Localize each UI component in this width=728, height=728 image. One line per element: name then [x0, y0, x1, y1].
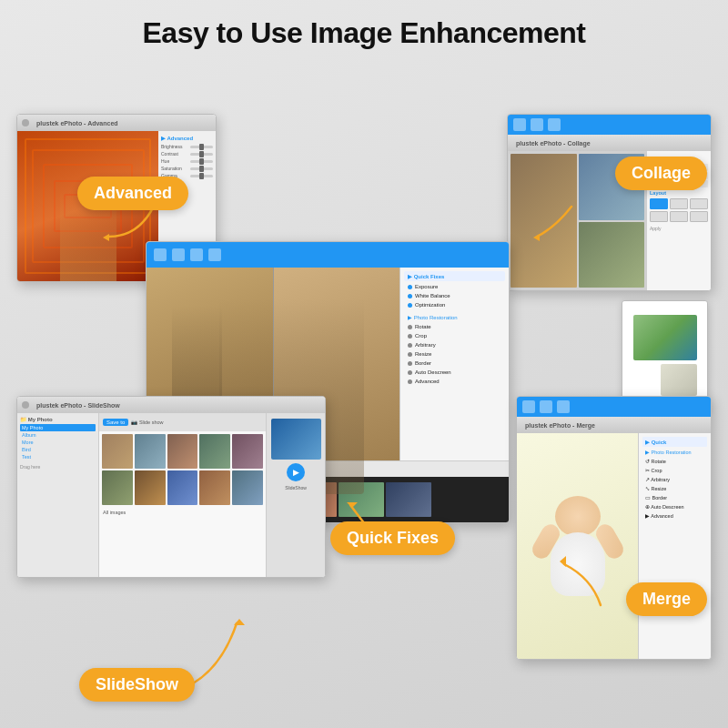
qf-autodescreen[interactable]: Auto Descreen — [404, 368, 505, 377]
collage-section2: Layout — [650, 190, 708, 196]
ss-grid-thumb-7[interactable] — [135, 470, 166, 505]
merge-inner: ▶ Quick ▶ Photo Restoration ↺ Rotate ✂ C… — [517, 433, 711, 659]
quickfix-right-panel: ▶ Quick Fixes Exposure White Balance Opt… — [399, 268, 509, 460]
collage-icon-1 — [513, 118, 526, 131]
qf-advanced[interactable]: Advanced — [404, 377, 505, 386]
qf-crop[interactable]: Crop — [404, 331, 505, 340]
qf-exposure[interactable]: Exposure — [404, 282, 505, 291]
ss-preview-thumb — [271, 419, 321, 460]
merge-icon-3 — [557, 400, 570, 413]
collage-apply-btn[interactable]: Apply — [650, 226, 708, 231]
layout-cell-2[interactable] — [670, 198, 688, 209]
collage-layout-grid — [650, 198, 708, 222]
layout-cell-3[interactable] — [690, 198, 708, 209]
collage-blue-bar — [508, 115, 711, 135]
merge-arbitrary[interactable]: ↗ Arbitrary — [642, 475, 707, 484]
merge-section-quick: ▶ Quick — [642, 437, 707, 447]
ss-dot — [22, 401, 29, 409]
merge-crop[interactable]: ✂ Crop — [642, 466, 707, 475]
ss-grid-thumb-5[interactable] — [232, 434, 263, 469]
qf-icon-1 — [154, 248, 167, 261]
merge-screenshot: plustek ePhoto - Merge ▶ Quick ▶ Photo R… — [516, 396, 712, 660]
advanced-label: ▶ Advanced — [161, 135, 213, 141]
ss-grid-thumb-6[interactable] — [102, 470, 133, 505]
ss-folder-more[interactable]: More — [20, 439, 96, 446]
advanced-title-bar: plustek ePhoto - Advanced — [17, 115, 216, 131]
slideshow-inner: 📁 My Photo My Photo Album More Bird Test… — [17, 413, 325, 577]
ss-folder-album[interactable]: Album — [20, 431, 96, 439]
ss-grid-thumb-1[interactable] — [102, 434, 133, 469]
slideshow-toolbar: Save to 📷 Slide show — [99, 413, 266, 431]
merge-border[interactable]: ▭ Border — [642, 493, 707, 502]
qf-photo-restoration[interactable]: ▶ Photo Restoration — [404, 312, 505, 322]
collage-icon-3 — [548, 118, 561, 131]
layout-cell-6[interactable] — [690, 211, 708, 222]
merge-panel: ▶ Quick ▶ Photo Restoration ↺ Rotate ✂ C… — [638, 433, 711, 659]
ss-slideshow-label: SlideShow — [285, 485, 307, 490]
slider-contrast[interactable]: Contrast — [161, 151, 213, 157]
baby-container — [541, 496, 614, 596]
layout-cell-4[interactable] — [650, 211, 668, 222]
ss-drag-label: Drag here — [20, 464, 96, 470]
qf-icon-3 — [190, 248, 203, 261]
qf-whitebalance[interactable]: White Balance — [404, 291, 505, 300]
ss-grid-thumb-3[interactable] — [167, 434, 198, 469]
collage-preview-img2 — [661, 364, 697, 396]
merge-rotate[interactable]: ↺ Rotate — [642, 457, 707, 466]
baby-head — [555, 496, 601, 537]
qf-rotate[interactable]: Rotate — [404, 322, 505, 331]
layout-cell-1[interactable] — [650, 198, 668, 209]
ss-grid-thumb-4[interactable] — [199, 434, 230, 469]
label-merge: Merge — [626, 582, 707, 616]
merge-photo — [517, 433, 638, 659]
slideshow-right-panel: ▶ SlideShow — [266, 413, 325, 577]
collage-title-bar: plustek ePhoto - Collage — [508, 135, 711, 151]
collage-cell-small2[interactable] — [579, 222, 645, 288]
title-dot — [22, 119, 29, 126]
collage-screenshot: plustek ePhoto - Collage Collage Discove… — [507, 114, 712, 291]
merge-status-bar: 7 of 14 images, 1920 × 1325 — [517, 659, 711, 660]
merge-icon-1 — [522, 400, 535, 413]
ss-folder-bird[interactable]: Bird — [20, 446, 96, 453]
slider-saturation[interactable]: Saturation — [161, 166, 213, 171]
ss-grid-thumb-10[interactable] — [232, 470, 263, 505]
ss-grid-thumb-9[interactable] — [199, 470, 230, 505]
qf-arbitrary[interactable]: Arbitrary — [404, 340, 505, 349]
slideshow-main: Save to 📷 Slide show All images — [99, 413, 266, 577]
merge-icon-2 — [540, 400, 552, 413]
slideshow-left-panel: 📁 My Photo My Photo Album More Bird Test… — [17, 413, 99, 577]
merge-window-title: plustek ePhoto - Merge — [525, 422, 595, 429]
ss-grid-thumb-2[interactable] — [135, 434, 166, 469]
collage-cell-large[interactable] — [511, 154, 577, 288]
ss-save-btn[interactable]: Save to — [103, 419, 128, 426]
collage-window-title: plustek ePhoto - Collage — [516, 140, 591, 147]
baby-arm-right — [592, 521, 626, 562]
qf-thumb-6[interactable] — [386, 482, 431, 517]
slider-brightness[interactable]: Brightness — [161, 144, 213, 149]
page-title: Easy to Use Image Enhancement — [0, 0, 728, 59]
slideshow-status: All images — [99, 508, 266, 517]
ss-section: 📁 My Photo — [20, 416, 96, 422]
merge-advanced[interactable]: ▶ Advanced — [642, 511, 707, 521]
merge-autodescreen[interactable]: ⊕ Auto Descreen — [642, 502, 707, 511]
ss-folder-test[interactable]: Test — [20, 453, 96, 460]
ss-grid-thumb-8[interactable] — [167, 470, 198, 505]
label-slideshow: SlideShow — [79, 668, 195, 702]
ss-folder-myphoto[interactable]: My Photo — [20, 424, 96, 431]
collage-preview-img1 — [633, 315, 697, 360]
ss-play-button[interactable]: ▶ — [287, 463, 305, 481]
label-quickfixes: Quick Fixes — [330, 521, 455, 555]
label-advanced: Advanced — [77, 177, 188, 210]
qf-optimization[interactable]: Optimization — [404, 300, 505, 309]
merge-resize[interactable]: ⤡ Resize — [642, 484, 707, 493]
qf-resize[interactable]: Resize — [404, 349, 505, 359]
layout-cell-5[interactable] — [670, 211, 688, 222]
qf-header-quickfixes: ▶ Quick Fixes — [404, 271, 505, 281]
quickfix-blue-bar — [147, 242, 509, 268]
advanced-window-title: plustek ePhoto - Advanced — [36, 120, 118, 126]
qf-border[interactable]: Border — [404, 359, 505, 368]
merge-photo-restoration[interactable]: ▶ Photo Restoration — [642, 448, 707, 457]
qf-icon-2 — [172, 248, 185, 261]
slider-hue[interactable]: Hue — [161, 158, 213, 164]
baby-body — [551, 532, 605, 596]
